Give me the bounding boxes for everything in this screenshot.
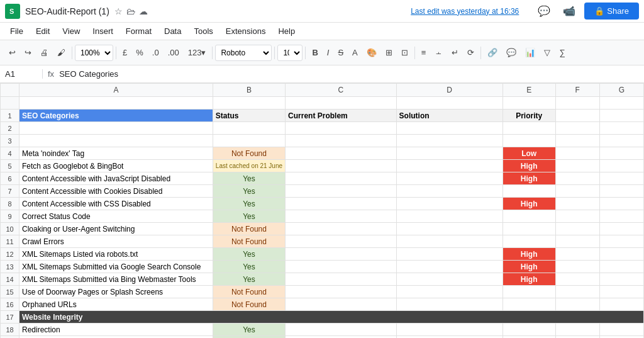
cell-e[interactable] [502,97,555,110]
cell-c[interactable] [286,336,396,339]
menu-format[interactable]: Format [121,25,157,37]
comment-button[interactable]: 💬 [502,44,520,62]
col-header-b[interactable]: B [213,84,285,97]
cell-d[interactable] [396,210,502,223]
cell-d[interactable] [396,172,502,185]
bold-button[interactable]: B [308,44,321,62]
text-color-button[interactable]: A [348,44,362,62]
cell-a[interactable] [19,135,213,147]
header-cell-e[interactable]: Priority [502,110,555,122]
cell-d[interactable] [396,97,502,110]
menu-extensions[interactable]: Extensions [221,25,271,37]
border-button[interactable]: ⊞ [382,44,396,62]
col-header-d[interactable]: D [396,84,502,97]
merge-button[interactable]: ⊡ [397,44,412,62]
cell-c[interactable] [286,198,396,210]
header-cell-d[interactable]: Solution [396,110,502,122]
cell-b[interactable]: Last cached on 21 June [213,160,285,172]
cell-e[interactable]: High [502,172,555,185]
cell-e[interactable] [502,286,555,298]
align-left-button[interactable]: ≡ [418,44,430,62]
decimal-dec-button[interactable]: .0 [148,44,163,62]
col-header-a[interactable]: A [19,84,213,97]
cell-e[interactable]: Low [502,147,555,160]
cell-a[interactable]: XML Sitemaps Submitted via Google Search… [19,261,213,273]
cell-a[interactable]: Content Accessible with CSS Disabled [19,198,213,210]
cell-b[interactable]: Yes [213,185,285,198]
col-header-g[interactable]: G [599,84,643,97]
cell-c[interactable] [286,273,396,286]
chart-button[interactable]: 📊 [521,44,539,62]
cell-b[interactable]: Yes [213,261,285,273]
font-size-select[interactable]: 10 [277,45,303,61]
cell-d[interactable] [396,147,502,160]
cell-e[interactable] [502,298,555,311]
cell-d[interactable] [396,160,502,172]
menu-insert[interactable]: Insert [87,25,118,37]
cell-a[interactable]: XML Sitemaps Submitted via Bing Webmaste… [19,273,213,286]
cell-d[interactable] [396,223,502,235]
cell-b[interactable]: Yes [213,210,285,223]
cell-c[interactable] [286,160,396,172]
cell-c[interactable] [286,172,396,185]
header-cell-b[interactable]: Status [213,110,285,122]
cell-a[interactable] [19,122,213,135]
font-select[interactable]: Roboto [215,45,272,61]
cell-d[interactable] [396,185,502,198]
cell-d[interactable] [396,286,502,298]
cell-c[interactable] [286,223,396,235]
cell-a[interactable]: Meta 'noindex' Tag [19,147,213,160]
cell-a[interactable]: Fetch as Googlebot & BingBot [19,160,213,172]
cell-a[interactable]: Cloaking or User-Agent Switching [19,223,213,235]
chat-icon[interactable]: 💬 [534,1,554,21]
cell-a[interactable]: Content Accessible with Cookies Disabled [19,185,213,198]
cell-c[interactable] [286,298,396,311]
cell-a[interactable]: Correct Status Code [19,210,213,223]
valign-button[interactable]: ⫠ [431,44,447,62]
cell-b[interactable]: Not Found [213,235,285,248]
fill-color-button[interactable]: 🎨 [363,44,380,62]
redo-button[interactable]: ↪ [21,44,35,62]
cell-b[interactable]: Yes [213,198,285,210]
strikethrough-button[interactable]: S [334,44,347,62]
cell-a[interactable]: Redirection [19,324,213,336]
cell-b[interactable]: Not Found [213,286,285,298]
print-button[interactable]: 🖨 [36,44,52,62]
cell-a[interactable]: Use of Doorway Pages or Splash Screens [19,286,213,298]
cell-d[interactable] [396,336,502,339]
cell-e[interactable]: High [502,198,555,210]
cell-a[interactable]: XML Sitemaps Listed via robots.txt [19,248,213,261]
cell-e[interactable] [502,210,555,223]
cell-b[interactable]: Yes [213,336,285,339]
cloud-icon[interactable]: ☁ [139,6,148,16]
menu-file[interactable]: File [5,25,28,37]
cell-b[interactable]: Not Found [213,223,285,235]
cell-d[interactable] [396,122,502,135]
cell-a[interactable]: Correct Use of 301s / No Bad Redirects [19,336,213,339]
cell-c[interactable] [286,324,396,336]
cell-e[interactable]: High [502,248,555,261]
col-header-e[interactable]: E [502,84,555,97]
header-cell-c[interactable]: Current Problem [286,110,396,122]
undo-button[interactable]: ↩ [5,44,19,62]
italic-button[interactable]: I [323,44,333,62]
col-header-f[interactable]: F [555,84,599,97]
cell-a[interactable]: Content Accessible with JavaScript Disab… [19,172,213,185]
currency-button[interactable]: £ [119,44,131,62]
cell-b[interactable] [213,97,285,110]
function-button[interactable]: ∑ [555,44,569,62]
cell-c[interactable] [286,122,396,135]
cell-a[interactable]: Orphaned URLs [19,298,213,311]
col-header-c[interactable]: C [286,84,396,97]
cell-d[interactable] [396,324,502,336]
cell-b[interactable] [213,122,285,135]
cell-d[interactable] [396,261,502,273]
cell-d[interactable] [396,298,502,311]
folder-icon[interactable]: 🗁 [126,6,135,16]
cell-b[interactable]: Yes [213,324,285,336]
menu-edit[interactable]: Edit [31,25,55,37]
filter-button[interactable]: ▽ [540,44,554,62]
cell-c[interactable] [286,248,396,261]
cell-d[interactable] [396,198,502,210]
cell-e[interactable]: High [502,160,555,172]
